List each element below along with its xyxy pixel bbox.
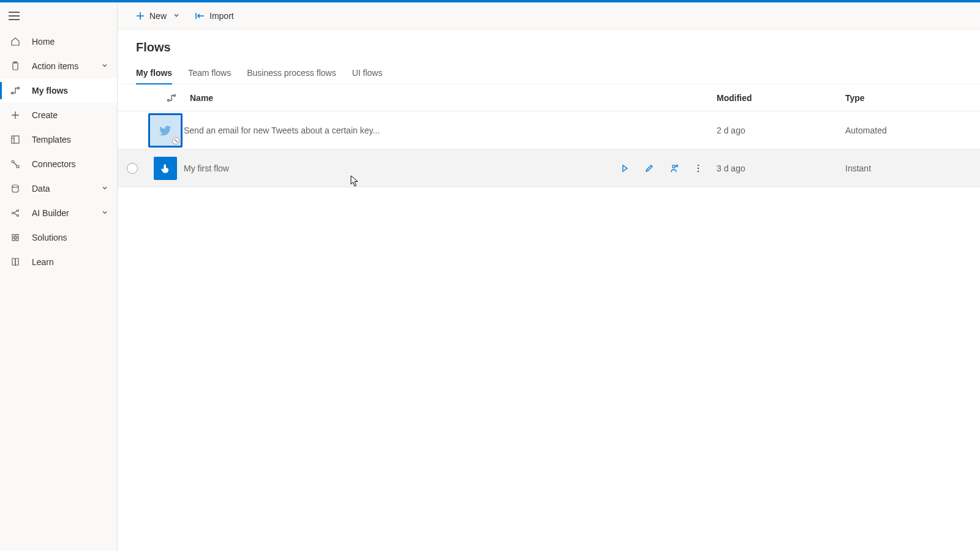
pivot-tabs: My flows Team flows Business process flo… bbox=[118, 54, 980, 84]
flow-connector-tile-button bbox=[154, 157, 177, 180]
solutions-icon bbox=[10, 232, 21, 243]
svg-rect-14 bbox=[16, 238, 18, 241]
plus-icon bbox=[136, 12, 145, 20]
templates-icon bbox=[10, 134, 21, 145]
svg-point-9 bbox=[17, 210, 19, 212]
flow-connector-tile-twitter bbox=[148, 113, 183, 148]
new-label: New bbox=[149, 11, 167, 21]
sidebar-label: My flows bbox=[32, 86, 110, 96]
share-icon bbox=[669, 163, 679, 173]
more-vertical-icon bbox=[697, 164, 699, 173]
svg-point-18 bbox=[676, 165, 678, 167]
svg-point-5 bbox=[12, 160, 14, 163]
sidebar-label: Learn bbox=[32, 257, 110, 267]
chevron-down-icon bbox=[101, 61, 110, 71]
table-row[interactable]: Send an email for new Tweets about a cer… bbox=[118, 111, 980, 149]
chevron-down-icon bbox=[101, 208, 110, 218]
flow-modified: 3 d ago bbox=[717, 163, 845, 173]
import-button[interactable]: Import bbox=[190, 7, 239, 24]
pencil-icon bbox=[645, 164, 654, 173]
flow-name[interactable]: My first flow bbox=[184, 163, 619, 173]
table-row[interactable]: My first flow 3 d ago Inst bbox=[118, 149, 980, 187]
tab-ui-flows[interactable]: UI flows bbox=[352, 63, 383, 84]
status-disabled-icon bbox=[172, 137, 179, 144]
svg-point-7 bbox=[12, 185, 18, 187]
run-button[interactable] bbox=[619, 162, 631, 174]
main-panel: New Import Flows My flows Team flows Bus… bbox=[118, 2, 980, 551]
sidebar-label: Solutions bbox=[32, 233, 110, 242]
svg-rect-0 bbox=[13, 62, 18, 70]
import-icon bbox=[195, 12, 205, 20]
sidebar-item-learn[interactable]: Learn bbox=[0, 250, 117, 274]
tab-team-flows[interactable]: Team flows bbox=[188, 63, 231, 84]
svg-rect-12 bbox=[16, 234, 18, 237]
svg-point-2 bbox=[12, 92, 13, 94]
sidebar: Home Action items My flows Create bbox=[0, 2, 118, 551]
hamburger-menu-icon[interactable] bbox=[9, 12, 20, 20]
svg-point-3 bbox=[18, 88, 20, 89]
twitter-icon bbox=[159, 124, 172, 137]
ai-builder-icon bbox=[10, 208, 21, 219]
command-bar: New Import bbox=[118, 2, 980, 29]
svg-point-16 bbox=[174, 94, 176, 96]
flow-modified: 2 d ago bbox=[717, 126, 845, 135]
flow-icon bbox=[10, 85, 21, 96]
svg-rect-11 bbox=[12, 234, 15, 237]
plus-icon bbox=[10, 110, 21, 121]
sidebar-label: AI Builder bbox=[32, 208, 101, 218]
svg-point-8 bbox=[12, 212, 14, 214]
share-button[interactable] bbox=[668, 162, 680, 174]
tab-business-process-flows[interactable]: Business process flows bbox=[247, 63, 336, 84]
sidebar-label: Action items bbox=[32, 61, 101, 71]
table-header-row: Name Modified Type bbox=[118, 84, 980, 111]
sidebar-label: Connectors bbox=[32, 159, 110, 169]
connectors-icon bbox=[10, 159, 21, 170]
sidebar-item-solutions[interactable]: Solutions bbox=[0, 225, 117, 250]
svg-point-15 bbox=[168, 99, 170, 101]
svg-point-10 bbox=[17, 215, 19, 217]
svg-point-17 bbox=[673, 165, 675, 167]
sidebar-item-connectors[interactable]: Connectors bbox=[0, 152, 117, 176]
header-modified[interactable]: Modified bbox=[717, 93, 845, 103]
chevron-down-icon bbox=[173, 11, 180, 21]
row-select-checkbox[interactable] bbox=[127, 163, 138, 174]
clipboard-icon bbox=[10, 61, 21, 72]
home-icon bbox=[10, 36, 21, 47]
header-type[interactable]: Type bbox=[845, 93, 968, 103]
svg-rect-4 bbox=[12, 136, 19, 143]
sidebar-item-my-flows[interactable]: My flows bbox=[0, 78, 117, 103]
book-icon bbox=[10, 257, 21, 268]
flow-column-icon bbox=[153, 93, 190, 103]
chevron-down-icon bbox=[101, 184, 110, 193]
page-title: Flows bbox=[118, 29, 980, 54]
touch-icon bbox=[159, 162, 172, 174]
svg-point-19 bbox=[698, 164, 699, 166]
svg-point-6 bbox=[17, 165, 19, 168]
svg-rect-13 bbox=[12, 238, 15, 241]
more-button[interactable] bbox=[692, 162, 704, 174]
sidebar-item-ai-builder[interactable]: AI Builder bbox=[0, 201, 117, 225]
sidebar-item-action-items[interactable]: Action items bbox=[0, 54, 117, 78]
sidebar-label: Data bbox=[32, 184, 101, 193]
sidebar-label: Create bbox=[32, 110, 110, 120]
sidebar-label: Home bbox=[32, 37, 110, 47]
new-button[interactable]: New bbox=[131, 7, 185, 24]
sidebar-item-create[interactable]: Create bbox=[0, 103, 117, 127]
svg-point-21 bbox=[698, 170, 699, 172]
tab-my-flows[interactable]: My flows bbox=[136, 63, 172, 84]
database-icon bbox=[10, 183, 21, 194]
header-name[interactable]: Name bbox=[190, 93, 619, 103]
flow-type: Instant bbox=[845, 163, 968, 173]
sidebar-item-home[interactable]: Home bbox=[0, 29, 117, 54]
edit-button[interactable] bbox=[643, 162, 655, 174]
sidebar-item-templates[interactable]: Templates bbox=[0, 127, 117, 152]
svg-point-20 bbox=[698, 167, 699, 169]
import-label: Import bbox=[209, 11, 234, 21]
sidebar-item-data[interactable]: Data bbox=[0, 176, 117, 201]
flow-type: Automated bbox=[845, 126, 968, 135]
flow-name[interactable]: Send an email for new Tweets about a cer… bbox=[184, 126, 619, 135]
flows-table: Name Modified Type Send an email for new bbox=[118, 84, 980, 187]
play-icon bbox=[620, 164, 629, 173]
sidebar-label: Templates bbox=[32, 135, 110, 144]
